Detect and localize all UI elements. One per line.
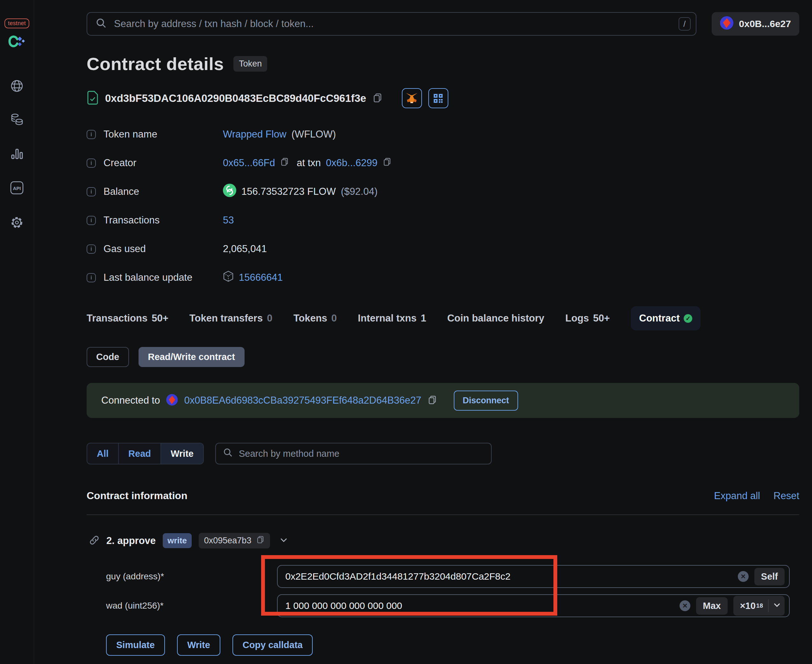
copy-connected-address-icon[interactable] [428,395,437,406]
verified-check-icon: ✓ [684,314,692,323]
page-title: Contract details [86,54,224,74]
tab-transactions[interactable]: Transactions50+ [86,312,168,324]
metamask-button[interactable] [402,88,422,108]
self-button[interactable]: Self [754,568,784,585]
gas-used-value: 2,065,041 [223,243,267,255]
sidebar: testnet [0,0,34,664]
api-icon[interactable]: API [10,181,24,195]
tab-tokens[interactable]: Tokens0 [293,312,337,324]
globe-icon[interactable] [10,79,24,93]
connected-banner: Connected to 0x0B8EA6d6983cCBa39275493FE… [86,383,799,418]
app-root: testnet [0,0,812,664]
wallet-button[interactable]: 0x0B...6e27 [712,12,799,36]
search-icon [96,18,107,30]
balance-usd: ($92.04) [341,186,377,197]
qr-code-button[interactable] [428,88,448,108]
wallet-avatar [720,16,733,32]
info-icon: i [86,187,96,196]
info-row-creator: i Creator 0x65...66Fd at txn 0x6b...6299 [86,157,799,169]
info-icon: i [86,130,96,139]
tab-bar: Transactions50+ Token transfers0 Tokens0… [86,306,799,330]
search-hotkey-badge: / [678,17,691,31]
contract-information-heading: Contract information [86,490,187,502]
token-symbol: (WFLOW) [291,129,336,140]
guy-field-label: guy (address)* [106,571,277,581]
copy-address-icon[interactable] [373,93,383,104]
method-approve-header[interactable]: 2. approve write 0x095ea7b3 [86,533,799,548]
search-icon [223,448,233,460]
tab-contract[interactable]: Contract ✓ [631,306,701,330]
method-name: 2. approve [106,535,156,547]
multiplier-dropdown[interactable]: ×1018 [733,596,784,616]
filter-all[interactable]: All [87,443,119,464]
field-row-wad: wad (uint256)* 1 000 000 000 000 000 000… [106,594,799,617]
connected-address-link[interactable]: 0x0B8EA6d6983cCBa39275493FEf648a2D64B36e… [184,395,421,406]
method-selector-badge: 0x095ea7b3 [199,533,271,548]
divider [86,514,799,515]
charts-icon[interactable] [10,147,24,160]
block-number-link[interactable]: 15666641 [239,272,283,283]
tab-internal-txns[interactable]: Internal txns1 [358,312,426,324]
max-button[interactable]: Max [696,597,727,615]
tokens-icon[interactable] [10,113,24,126]
wad-uint256-input[interactable]: 1 000 000 000 000 000 000 ✕ Max ×1018 [277,594,790,617]
tab-token-transfers[interactable]: Token transfers0 [189,312,272,324]
simulate-button[interactable]: Simulate [106,635,165,656]
write-button[interactable]: Write [177,635,220,656]
method-search-input[interactable]: Search by method name [215,443,492,464]
code-subtab-button[interactable]: Code [86,347,129,367]
field-row-guy: guy (address)* 0x2E2Ed0Cfd3AD2f1d3448127… [106,565,799,588]
expand-all-link[interactable]: Expand all [714,490,760,502]
wallet-address: 0x0B...6e27 [739,18,791,29]
app-logo-icon[interactable] [8,35,26,50]
wad-field-label: wad (uint256)* [106,601,277,611]
copy-calldata-button[interactable]: Copy calldata [232,635,313,656]
creator-address-link[interactable]: 0x65...66Fd [223,157,275,169]
reset-link[interactable]: Reset [773,490,799,502]
info-icon: i [86,244,96,254]
clear-input-icon[interactable]: ✕ [738,571,748,582]
transactions-count-link[interactable]: 53 [223,215,234,226]
info-row-gas-used: i Gas used 2,065,041 [86,243,799,255]
token-name-link[interactable]: Wrapped Flow [223,129,286,140]
tab-coin-balance-history[interactable]: Coin balance history [447,312,544,324]
clear-input-icon[interactable]: ✕ [680,601,690,611]
method-filter-segmented: All Read Write [86,443,204,464]
copy-selector-icon[interactable] [256,535,265,546]
method-fields: guy (address)* 0x2E2Ed0Cfd3AD2f1d3448127… [86,565,799,617]
contract-address[interactable]: 0xd3bF53DAC106A0290B0483EcBC89d40FcC961f… [105,92,366,104]
verified-contract-icon [86,91,99,106]
connected-avatar [166,394,178,407]
creation-txn-link[interactable]: 0x6b...6299 [326,157,378,169]
contract-info-table: i Token name Wrapped Flow (WFLOW) i Crea… [86,129,799,283]
flow-token-icon [223,184,236,200]
balance-amount: 156.73532723 FLOW [241,186,336,197]
read-write-contract-subtab-button[interactable]: Read/Write contract [139,347,245,367]
divider [768,599,769,612]
info-row-token-name: i Token name Wrapped Flow (WFLOW) [86,129,799,140]
info-row-last-balance-update: i Last balance update 15666641 [86,272,799,283]
tab-logs[interactable]: Logs50+ [565,312,610,324]
search-placeholder: Search by address / txn hash / block / t… [114,18,672,29]
global-search-input[interactable]: Search by address / txn hash / block / t… [86,12,696,36]
info-icon: i [86,158,96,168]
settings-gear-icon[interactable] [10,215,24,229]
testnet-badge: testnet [5,18,29,28]
collapse-chevron-icon[interactable] [280,536,288,545]
svg-text:API: API [13,186,21,191]
info-row-transactions: i Transactions 53 [86,215,799,226]
copy-creator-icon[interactable] [280,157,289,169]
contract-type-badge: Token [233,56,267,72]
write-badge: write [163,533,192,548]
info-icon: i [86,216,96,225]
info-row-balance: i Balance 156.73532723 FLOW ($92.04) [86,186,799,197]
guy-address-input[interactable]: 0x2E2Ed0Cfd3AD2f1d34481277b3204d807Ca2F8… [277,565,790,588]
disconnect-button[interactable]: Disconnect [454,391,518,411]
copy-txn-icon[interactable] [383,157,392,169]
info-icon: i [86,273,96,282]
filter-read[interactable]: Read [119,443,161,464]
anchor-link-icon[interactable] [89,535,99,547]
block-cube-icon [223,270,234,285]
filter-write[interactable]: Write [161,443,203,464]
main-content: Search by address / txn hash / block / t… [34,0,812,664]
